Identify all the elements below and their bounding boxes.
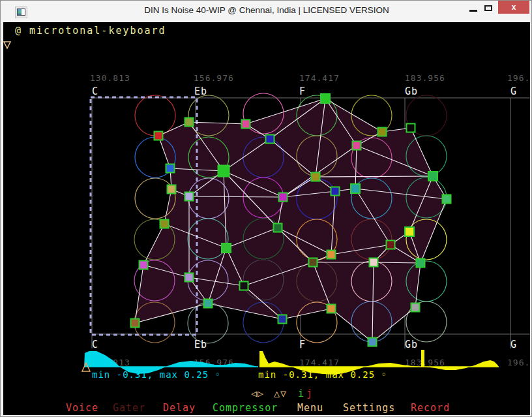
note-label: G (510, 339, 517, 350)
drone-node[interactable] (131, 319, 140, 328)
note-label: F (299, 85, 306, 97)
drone-node[interactable] (185, 193, 194, 201)
drone-node[interactable] (312, 173, 320, 181)
drone-node[interactable] (168, 185, 176, 194)
nav-symbol-6a[interactable]: j (306, 388, 313, 399)
maximize-icon[interactable] (484, 5, 493, 12)
drone-node[interactable] (140, 261, 148, 270)
drone-node[interactable] (327, 251, 336, 259)
note-label: G (510, 85, 517, 97)
drone-node[interactable] (417, 259, 425, 268)
pitch-circle (188, 303, 228, 343)
drone-node[interactable] (368, 338, 377, 347)
drone-node[interactable] (331, 187, 340, 196)
drone-node[interactable] (166, 164, 175, 173)
frequency-label: 174.417 (299, 358, 340, 367)
frequency-label: 156.976 (194, 73, 234, 83)
frequency-label: 183.956 (405, 73, 445, 83)
drone-node[interactable] (351, 184, 360, 193)
screen-title: @ microtonal-keyboard (15, 25, 166, 37)
drone-node[interactable] (378, 128, 387, 136)
drone-node[interactable] (240, 282, 248, 290)
drone-node[interactable] (279, 193, 288, 202)
note-label: C (92, 339, 98, 350)
note-label: C (92, 85, 98, 97)
note-label: Eb (194, 339, 207, 350)
frequency-label: 130.813 (90, 73, 130, 83)
left-wave-minmax-label: min -0.31, max 0.25 ◦ (92, 369, 221, 380)
menu-item-record[interactable]: Record (411, 402, 450, 414)
microtonal-keyboard-surface[interactable]: 130.813156.976174.417183.956196.CEbFGbGC… (3, 22, 530, 415)
window-title: DIN Is Noise 40-WIP @ Chennai, India | L… (1, 5, 532, 15)
pitch-circle (135, 95, 175, 136)
title-bar[interactable]: DIN Is Noise 40-WIP @ Chennai, India | L… (1, 1, 532, 22)
drone-node[interactable] (185, 118, 194, 127)
drone-node[interactable] (387, 241, 395, 249)
minimize-icon[interactable] (469, 10, 477, 12)
drone-node[interactable] (309, 258, 318, 267)
drone-node[interactable] (218, 166, 229, 177)
drone-node[interactable] (160, 220, 169, 228)
drone-mesh-region (135, 99, 447, 342)
drone-node[interactable] (370, 258, 378, 267)
menu-item-compressor[interactable]: Compressor (213, 402, 278, 414)
note-label: F (299, 339, 306, 350)
right-wave-minmax-label: min -0.31, max 0.25 ◦ (258, 369, 387, 380)
menu-item-gater[interactable]: Gater (113, 402, 145, 414)
drone-node[interactable] (411, 303, 420, 312)
nav-symbol-25b3[interactable]: △▽ (274, 388, 287, 399)
drone-node[interactable] (242, 120, 250, 129)
drone-node[interactable] (321, 94, 330, 103)
main-content: 130.813156.976174.417183.956196.CEbFGbGC… (3, 22, 530, 415)
drone-node[interactable] (443, 195, 451, 204)
drone-node[interactable] (407, 124, 415, 132)
nav-symbol-25c1[interactable]: ◁▷ (251, 388, 264, 399)
close-icon[interactable]: x (498, 1, 529, 14)
drone-node[interactable] (405, 227, 414, 236)
menu-item-delay[interactable]: Delay (163, 402, 196, 414)
drone-node[interactable] (327, 305, 336, 313)
menu-item-menu[interactable]: Menu (297, 402, 323, 414)
drone-node[interactable] (204, 300, 213, 308)
menu-item-voice[interactable]: Voice (66, 402, 98, 414)
drone-node[interactable] (185, 273, 194, 282)
app-window: DIN Is Noise 40-WIP @ Chennai, India | L… (0, 0, 532, 417)
nav-symbol-69[interactable]: i (298, 388, 304, 399)
note-label: Gb (405, 85, 418, 97)
frequency-label: 196. (507, 358, 530, 367)
drone-node[interactable] (428, 172, 437, 181)
drone-node[interactable] (274, 224, 282, 232)
drone-node[interactable] (222, 243, 231, 253)
frequency-label: 196. (507, 73, 530, 83)
drone-node[interactable] (266, 135, 274, 144)
drone-node[interactable] (278, 315, 287, 324)
menu-item-settings[interactable]: Settings (343, 402, 395, 414)
note-label: Eb (194, 85, 207, 97)
listener-triangle-icon[interactable] (4, 42, 10, 48)
drone-node[interactable] (155, 132, 163, 140)
frequency-label: 174.417 (299, 73, 340, 83)
drone-node[interactable] (353, 142, 361, 150)
note-label: Gb (405, 339, 418, 350)
